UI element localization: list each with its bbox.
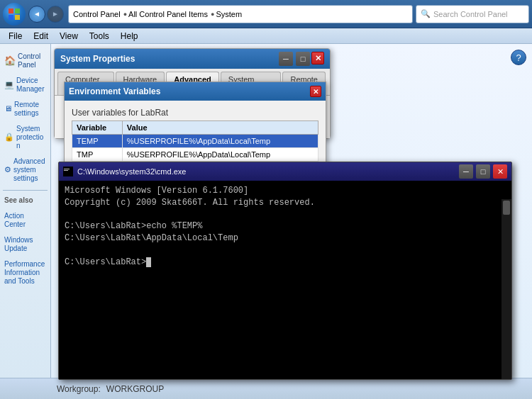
table-row[interactable]: TEMP %USERPROFILE%\AppData\Local\Temp (72, 135, 318, 148)
col-value: Value (122, 121, 318, 135)
sidebar-label-performance: Performance Information and Tools (4, 260, 46, 286)
svg-rect-7 (64, 170, 68, 171)
col-variable: Variable (72, 121, 123, 135)
var-name-tmp: TMP (72, 148, 123, 162)
cmd-maximize-button[interactable]: □ (476, 164, 490, 179)
cmd-prompt: C:\Users\LabRat> (65, 257, 315, 269)
sidebar-item-advanced[interactable]: ⚙ Advanced system settings (3, 154, 48, 186)
address-label-system[interactable]: System (216, 10, 242, 18)
system-props-title: System Properties (60, 54, 135, 64)
address-label-all-items[interactable]: All Control Panel Items (128, 10, 208, 18)
address-segment-all-items: All Control Panel Items ● (128, 10, 216, 18)
env-vars-titlebar: Environment Variables ✕ (65, 82, 326, 101)
sidebar-item-control-panel[interactable]: 🏠 Control Panel (3, 50, 48, 72)
search-placeholder: Search Control Panel (433, 10, 508, 18)
sidebar-label-device-manager: Device Manager (16, 77, 46, 94)
cmd-title: C:\Windows\system32\cmd.exe (77, 167, 186, 176)
environment-variables-dialog: Environment Variables ✕ User variables f… (64, 82, 326, 174)
sidebar-label-control-panel: Control Panel (18, 52, 46, 69)
cmd-window: C:\Windows\system32\cmd.exe ─ □ ✕ Micros… (58, 162, 512, 380)
sidebar-icon-advanced: ⚙ (4, 165, 11, 174)
var-name-temp: TEMP (72, 135, 123, 148)
menu-help[interactable]: Help (115, 30, 144, 43)
search-icon: 🔍 (421, 9, 431, 18)
sidebar-label-advanced: Advanced system settings (13, 157, 46, 183)
cmd-titlebar: C:\Windows\system32\cmd.exe ─ □ ✕ (59, 162, 511, 181)
help-button[interactable]: ? (511, 50, 526, 65)
taskbar-top: ◄ ► Control Panel ● All Control Panel It… (0, 0, 532, 28)
var-value-tmp: %USERPROFILE%\AppData\Local\Temp (122, 148, 318, 162)
menu-tools[interactable]: Tools (84, 30, 115, 43)
address-arrow-2: ● (211, 11, 214, 18)
sidebar-icon-system-protection: 🔒 (4, 133, 14, 142)
system-props-minimize-button[interactable]: ─ (279, 52, 293, 66)
sidebar-item-remote[interactable]: 🖥 Remote settings (3, 98, 48, 120)
system-props-close-button[interactable]: ✕ (311, 52, 324, 64)
sidebar-label-remote: Remote settings (14, 101, 46, 118)
system-props-maximize-button[interactable]: □ (296, 52, 310, 66)
svg-rect-3 (15, 15, 20, 20)
sidebar-label-system-protection: System protection (16, 125, 46, 150)
address-segment-control-panel: Control Panel ● (73, 10, 128, 18)
user-vars-label: User variables for LabRat (72, 108, 318, 118)
back-button[interactable]: ◄ (28, 6, 45, 23)
cmd-line-1: Microsoft Windows [Version 6.1.7600] (65, 185, 315, 197)
cmd-body[interactable]: Microsoft Windows [Version 6.1.7600] Cop… (59, 181, 321, 379)
address-bar[interactable]: Control Panel ● All Control Panel Items … (68, 5, 413, 23)
table-row[interactable]: TMP %USERPROFILE%\AppData\Local\Temp (72, 148, 318, 162)
env-vars-close-button[interactable]: ✕ (310, 86, 321, 97)
cmd-scrollbar[interactable] (501, 199, 511, 379)
cmd-line-5: C:\Users\LabRat\AppData\Local\Temp (65, 232, 315, 245)
user-vars-table: Variable Value TEMP %USERPROFILE%\AppDat… (72, 120, 318, 162)
svg-rect-0 (9, 9, 13, 13)
system-props-titlebar: System Properties ─ □ ✕ (55, 49, 330, 69)
menu-edit[interactable]: Edit (28, 30, 54, 43)
address-label-control-panel[interactable]: Control Panel (73, 10, 121, 18)
workgroup-value: WORKGROUP (106, 384, 164, 394)
forward-button[interactable]: ► (47, 6, 64, 23)
workgroup-label: Workgroup: (57, 384, 101, 394)
address-arrow-1: ● (123, 11, 127, 18)
sidebar-label-windows-update: Windows Update (4, 236, 46, 253)
sidebar-item-system-protection[interactable]: 🔒 System protection (3, 122, 48, 153)
sidebar-label-action-center: Action Center (4, 212, 46, 229)
menu-view[interactable]: View (54, 30, 84, 43)
svg-rect-1 (15, 9, 20, 13)
sidebar-item-action-center[interactable]: Action Center (3, 209, 48, 232)
status-bar: Workgroup: WORKGROUP (0, 378, 532, 399)
search-bar[interactable]: 🔍 Search Control Panel (416, 5, 529, 23)
sidebar-icon-device-manager: 💻 (4, 80, 14, 89)
svg-rect-6 (64, 169, 70, 169)
sidebar-item-performance[interactable]: Performance Information and Tools (3, 257, 48, 288)
sidebar: 🏠 Control Panel 💻 Device Manager 🖥 Remot… (0, 44, 51, 378)
sidebar-item-see-also: See also (3, 193, 48, 208)
cmd-minimize-button[interactable]: ─ (459, 164, 473, 179)
cmd-icon (63, 167, 73, 176)
sidebar-item-windows-update[interactable]: Windows Update (3, 233, 48, 256)
cmd-line-4: C:\Users\LabRat>echo %TEMP% (65, 220, 315, 232)
env-vars-title: Environment Variables (69, 86, 160, 96)
menu-bar: File Edit View Tools Help (0, 28, 532, 44)
menu-file[interactable]: File (3, 30, 28, 43)
sidebar-icon-remote: 🖥 (4, 104, 12, 113)
address-segment-system: System (216, 10, 242, 18)
sidebar-item-device-manager[interactable]: 💻 Device Manager (3, 74, 48, 96)
sidebar-label-see-also: See also (4, 196, 33, 205)
svg-rect-5 (63, 167, 73, 176)
var-value-temp: %USERPROFILE%\AppData\Local\Temp (122, 135, 318, 148)
sidebar-icon-control-panel: 🏠 (4, 55, 16, 67)
svg-rect-2 (9, 15, 13, 20)
cmd-scrollbar-thumb[interactable] (503, 201, 510, 215)
cmd-close-button[interactable]: ✕ (493, 164, 507, 179)
start-orb[interactable] (3, 3, 26, 26)
cmd-line-2: Copyright (c) 2009 Skat666T. All rights … (65, 197, 315, 209)
